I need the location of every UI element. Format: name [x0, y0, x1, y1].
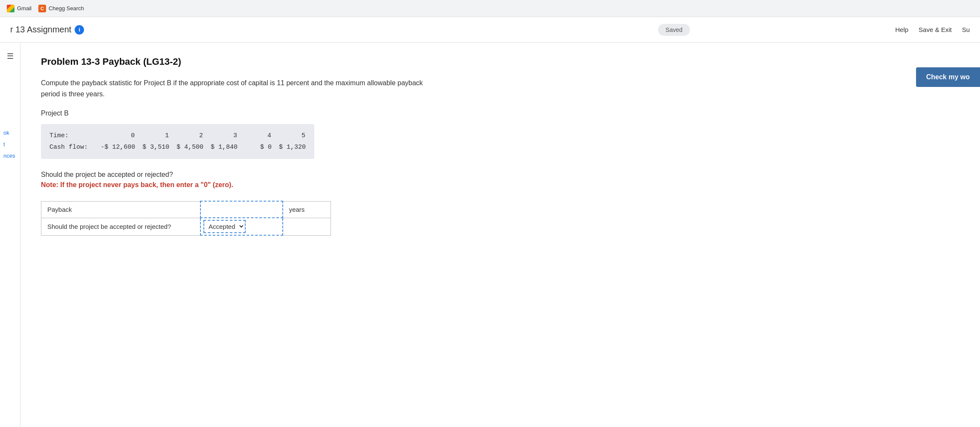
browser-bar: Gmail C Chegg Search — [0, 0, 980, 17]
time-label: Time: — [49, 130, 101, 141]
time-3: 3 — [203, 130, 237, 141]
decision-dropdown-cell[interactable]: Accepted Rejected — [200, 218, 283, 235]
problem-title: Problem 13-3 Payback (LG13-2) — [41, 56, 960, 67]
cf-val-2: $ 4,500 — [169, 141, 203, 153]
payback-label: Payback — [41, 201, 200, 218]
submit-link[interactable]: Su — [962, 26, 970, 33]
cashflow-table: Time: 0 1 2 3 4 5 Cash flow: -$ 12,600 $… — [41, 124, 314, 159]
gmail-icon — [7, 5, 14, 12]
cf-val-1: $ 3,510 — [135, 141, 169, 153]
cf-val-0: -$ 12,600 — [101, 141, 135, 153]
info-icon[interactable]: i — [75, 25, 84, 35]
time-0: 0 — [101, 130, 135, 141]
payback-unit: years — [283, 201, 331, 218]
chegg-label: Chegg Search — [49, 5, 84, 12]
left-sidebar: ☰ — [0, 43, 20, 427]
cf-val-4: $ 0 — [238, 141, 272, 153]
project-label: Project B — [41, 110, 960, 117]
header-actions: Help Save & Exit Su — [895, 26, 970, 33]
sidebar-nav-item-1[interactable]: ☰ — [2, 48, 19, 65]
sidebar-links-area: ok t nces — [0, 128, 18, 161]
decision-label: Should the project be accepted or reject… — [41, 218, 200, 235]
sidebar-link-ok[interactable]: ok — [0, 128, 18, 138]
payback-input[interactable] — [207, 206, 241, 213]
sidebar-link-t[interactable]: t — [0, 139, 18, 149]
time-4: 4 — [237, 130, 271, 141]
time-5: 5 — [271, 130, 305, 141]
payback-input-cell[interactable] — [200, 201, 283, 218]
page-title: r 13 Assignment — [10, 25, 71, 35]
cf-val-3: $ 1,840 — [203, 141, 238, 153]
header-title-area: r 13 Assignment i — [10, 25, 453, 35]
time-2: 2 — [169, 130, 203, 141]
question-text: Should the project be accepted or reject… — [41, 171, 960, 179]
decision-dropdown[interactable]: Accepted Rejected — [203, 220, 246, 233]
content-area: Problem 13-3 Payback (LG13-2) Compute th… — [20, 43, 980, 427]
cf-val-5: $ 1,320 — [272, 141, 306, 153]
check-work-button[interactable]: Check my wo — [916, 67, 980, 87]
cashflow-time-row: Time: 0 1 2 3 4 5 — [49, 130, 306, 141]
chegg-icon: C — [38, 5, 46, 12]
chegg-tab[interactable]: C Chegg Search — [38, 5, 84, 12]
table-row-payback: Payback years — [41, 201, 331, 218]
sidebar-link-nces[interactable]: nces — [0, 151, 18, 161]
cashflow-label: Cash flow: — [49, 141, 101, 153]
decision-empty-cell — [283, 218, 331, 235]
gmail-label: Gmail — [17, 5, 32, 12]
main-layout: ☰ ok t nces Problem 13-3 Payback (LG13-2… — [0, 43, 980, 427]
cashflow-value-row: Cash flow: -$ 12,600 $ 3,510 $ 4,500 $ 1… — [49, 141, 306, 153]
app-header: r 13 Assignment i Saved Help Save & Exit… — [0, 17, 980, 43]
time-1: 1 — [135, 130, 169, 141]
help-link[interactable]: Help — [895, 26, 908, 33]
saved-badge: Saved — [658, 24, 690, 36]
answer-table: Payback years Should the project be acce… — [41, 201, 331, 236]
note-text: Note: If the project never pays back, th… — [41, 181, 960, 189]
problem-description: Compute the payback statistic for Projec… — [41, 78, 425, 99]
gmail-tab[interactable]: Gmail — [7, 5, 32, 12]
table-row-decision: Should the project be accepted or reject… — [41, 218, 331, 235]
save-exit-link[interactable]: Save & Exit — [919, 26, 952, 33]
